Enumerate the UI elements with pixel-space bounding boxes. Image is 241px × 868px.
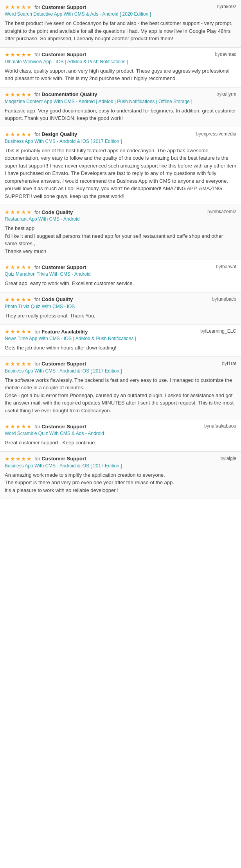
review-header-left: ★★★★★forCode Quality — [5, 296, 73, 303]
by-label: by — [222, 361, 227, 366]
review-header-left: ★★★★★forCustomer Support — [5, 423, 86, 430]
review-card: ★★★★★forCustomer Supportby f1ratBusiness… — [0, 357, 241, 420]
by-label: by — [215, 52, 220, 57]
review-category: Feature Availability — [41, 329, 88, 335]
product-link[interactable]: Business App With CMS - Android & iOS [ … — [5, 368, 236, 374]
product-link[interactable]: Business App With CMS - Android & iOS [ … — [5, 139, 236, 144]
star-rating: ★★★★★ — [5, 4, 32, 10]
reviewer-name: kellyrm — [221, 91, 236, 97]
reviewer-name: tharwat — [221, 264, 236, 269]
review-body: Great app, easy to work with. Excellent … — [5, 280, 236, 287]
by-container: by iLearning_ELC — [197, 328, 236, 334]
by-label: by — [196, 131, 201, 137]
reviewer-name: f1rat — [227, 361, 236, 366]
star-rating: ★★★★★ — [5, 328, 32, 335]
for-label: for — [34, 209, 40, 215]
star-rating: ★★★★★ — [5, 456, 32, 462]
review-body: The best product I've seen on Codecanyon… — [5, 20, 236, 43]
by-container: by kellyrm — [213, 91, 236, 97]
review-header-left: ★★★★★forCustomer Support — [5, 4, 86, 10]
review-header-left: ★★★★★forCustomer Support — [5, 361, 86, 367]
star-rating: ★★★★★ — [5, 296, 32, 303]
review-body: An amazing work made to simplify the app… — [5, 471, 236, 494]
product-link[interactable]: News Time App With CMS - iOS [ AdMob & P… — [5, 336, 236, 341]
star-rating: ★★★★★ — [5, 264, 32, 270]
review-header-left: ★★★★★forCustomer Support — [5, 52, 86, 58]
for-label: for — [34, 361, 40, 367]
by-container: by expressivemedia — [193, 131, 236, 137]
product-link[interactable]: Restaurant App With CMS - Android — [5, 216, 236, 222]
review-body: This is probably one of the best fully f… — [5, 147, 236, 200]
review-body: Fantastic app. Very good documentation, … — [5, 107, 236, 122]
review-card: ★★★★★forCustomer Supportby tharwatQuiz M… — [0, 260, 241, 292]
for-label: for — [34, 424, 40, 430]
review-body: World class, quality support and very hi… — [5, 67, 236, 82]
review-header-left: ★★★★★forCode Quality — [5, 209, 73, 215]
review-header: ★★★★★forCustomer Supportby nafaakabaou — [5, 423, 236, 430]
review-card: ★★★★★forCode Qualityby mhkazemi2Restaura… — [0, 205, 241, 260]
review-header: ★★★★★forDocumentation Qualityby kellyrm — [5, 91, 236, 98]
review-category: Documentation Quality — [41, 91, 97, 97]
reviewer-name: rako92 — [222, 4, 236, 9]
review-header: ★★★★★forCustomer Supportby davmac — [5, 52, 236, 58]
review-body: Great customer support . Keep continue. — [5, 439, 236, 447]
by-container: by laigle — [217, 456, 236, 461]
reviewer-name: nafaakabaou — [209, 423, 236, 429]
by-label: by — [204, 423, 209, 429]
review-header: ★★★★★forCode Qualityby tunebaco — [5, 296, 236, 303]
reviewer-name: iLearning_ELC — [205, 328, 236, 334]
review-category: Code Quality — [41, 209, 73, 215]
by-label: by — [207, 209, 212, 214]
by-label: by — [217, 4, 222, 9]
star-rating: ★★★★★ — [5, 91, 32, 98]
star-rating: ★★★★★ — [5, 209, 32, 215]
product-link[interactable]: Quiz Marathon Trivia With CMS - Android — [5, 271, 236, 277]
review-header-left: ★★★★★forCustomer Support — [5, 456, 86, 462]
product-link[interactable]: Magazine Content App With CMS - Android … — [5, 99, 236, 104]
product-link[interactable]: Word Search Detective App With CMS & Ads… — [5, 11, 236, 17]
by-container: by davmac — [212, 52, 236, 57]
star-rating: ★★★★★ — [5, 52, 32, 58]
review-header: ★★★★★forFeature Availabilityby iLearning… — [5, 328, 236, 335]
by-label: by — [220, 456, 225, 461]
by-container: by nafaakabaou — [201, 423, 236, 429]
for-label: for — [34, 4, 40, 10]
review-header-left: ★★★★★forFeature Availability — [5, 328, 88, 335]
by-container: by rako92 — [214, 4, 236, 9]
review-category: Code Quality — [41, 296, 73, 302]
by-container: by mhkazemi2 — [204, 209, 236, 214]
review-card: ★★★★★forDesign Qualityby expressivemedia… — [0, 127, 241, 205]
product-link[interactable]: Photo Trivia Quiz With CMS - iOS — [5, 304, 236, 309]
for-label: for — [34, 329, 40, 335]
by-container: by tharwat — [213, 264, 236, 269]
star-rating: ★★★★★ — [5, 131, 32, 137]
review-header-left: ★★★★★forCustomer Support — [5, 264, 86, 270]
review-header: ★★★★★forCustomer Supportby tharwat — [5, 264, 236, 270]
review-header: ★★★★★forDesign Qualityby expressivemedia — [5, 131, 236, 137]
reviewer-name: mhkazemi2 — [212, 209, 236, 214]
review-category: Customer Support — [41, 52, 86, 57]
review-header: ★★★★★forCustomer Supportby laigle — [5, 456, 236, 462]
product-link[interactable]: Word Scramble Quiz With CMS & Ads - Andr… — [5, 431, 236, 436]
review-body: The software works flawlessly. The backe… — [5, 376, 236, 415]
review-category: Customer Support — [41, 361, 86, 367]
reviewer-name: davmac — [220, 52, 236, 57]
review-header-left: ★★★★★forDesign Quality — [5, 131, 77, 137]
for-label: for — [34, 296, 40, 302]
review-card: ★★★★★forDocumentation Qualityby kellyrmM… — [0, 87, 241, 127]
review-card: ★★★★★forCustomer Supportby davmacUltimat… — [0, 48, 241, 87]
for-label: for — [34, 131, 40, 137]
product-link[interactable]: Business App With CMS - Android & iOS [ … — [5, 463, 236, 469]
product-link[interactable]: Ultimate Webview App - iOS [ AdMob & Pus… — [5, 59, 236, 64]
for-label: for — [34, 91, 40, 97]
review-category: Design Quality — [41, 131, 77, 137]
by-container: by f1rat — [219, 361, 236, 366]
review-category: Customer Support — [41, 4, 86, 10]
review-header: ★★★★★forCustomer Supportby rako92 — [5, 4, 236, 10]
review-card: ★★★★★forFeature Availabilityby iLearning… — [0, 324, 241, 357]
review-body: Gets the job done within hours after dow… — [5, 344, 236, 352]
reviewer-name: tunebaco — [217, 296, 236, 302]
review-body: They are really professional. Thank You. — [5, 312, 236, 320]
star-rating: ★★★★★ — [5, 423, 32, 430]
by-label: by — [216, 91, 221, 97]
